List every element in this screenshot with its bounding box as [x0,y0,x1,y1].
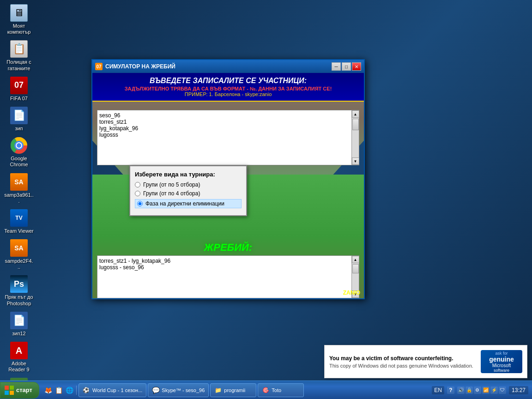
scrollbar-track [352,118,359,157]
icon-label-fifa: FIFA 07 [10,96,28,102]
fifa-icon: 07 [10,77,28,94]
taskbar-toto-label: Toto [272,387,281,393]
zip2-icon: 📄 [10,312,28,329]
icon-adobe[interactable]: A Adobe Reader 9 [2,340,36,375]
radio-knockout[interactable] [137,201,143,206]
results-textarea[interactable]: torres_stz1 - lyg_kotapak_96 lugosss - s… [97,256,351,298]
maximize-button[interactable]: □ [342,62,351,71]
taskbar-skype[interactable]: 💬 Skype™ - seso_96 [148,383,209,397]
ql-item2-icon[interactable]: 📋 [54,386,64,395]
help-icon[interactable]: ? [447,387,454,394]
svg-point-3 [17,143,21,148]
results-scrollbar-thumb[interactable] [352,264,359,273]
taskbar-programii-icon: 📁 [214,387,222,394]
taskbar-toto[interactable]: 🎯 Toto [258,383,304,397]
icon-label-chrome: Google Chrome [4,156,34,168]
start-button-label: старт [16,387,32,393]
icon-police[interactable]: 📋 Полицая с гатанките [2,38,36,73]
icon-chrome[interactable]: Google Chrome [2,135,36,169]
scrollbar-thumb[interactable] [352,119,359,130]
tray-icon-2[interactable]: 🔒 [466,387,473,394]
radio-option-groups5[interactable]: Групи (от по 5 отбора) [135,181,242,188]
tray-icon-1[interactable]: 🔊 [457,387,465,394]
windows-logo-icon [4,385,14,395]
genuine-logo-genuine: genuine [489,356,514,363]
title-bar-left: 07 СИМУЛАТОР НА ЖРЕБИЙ [95,63,175,70]
tray-icon-6[interactable]: 🛡 [499,387,506,394]
radio-option-knockout[interactable]: Фаза на директни елиминации [135,199,242,208]
scrollbar-down-arrow[interactable]: ▼ [352,157,359,165]
taskbar-toto-icon: 🎯 [262,387,269,394]
icon-label-my-computer: Моят компютър [4,23,34,35]
icon-label-police: Полицая с гатанките [4,59,34,71]
taskbar: старт 🦊 📋 🌐 ⚽ World Cup - 1 сезон... 💬 S… [0,381,532,399]
icon-label-zip2: зип12 [12,331,25,337]
genuine-logo-askfor: ask for [495,351,508,356]
police-icon: 📋 [10,40,28,58]
sampde-icon: SA [10,239,28,257]
genuine-logo-software: software [494,368,509,373]
taskbar-skype-label: Skype™ - seso_96 [162,387,205,393]
icon-zip2[interactable]: 📄 зип12 [2,310,36,339]
participants-textarea[interactable]: seso_96 torres_stz1 lyg_kotapak_96 lugos… [97,110,351,165]
results-scrollbar-up[interactable]: ▲ [352,256,359,263]
radio-groups4[interactable] [135,191,140,196]
my-computer-icon: 🖥 [10,4,28,22]
tournament-dialog: Изберете вида на турнира: Групи (от по 5… [129,165,247,216]
app-window: 07 СИМУЛАТОР НА ЖРЕБИЙ ─ □ ✕ ВЪВЕДЕТЕ ЗА… [91,59,365,299]
icon-samp[interactable]: SA samp3a961... [2,171,36,206]
title-bar-buttons: ─ □ ✕ [332,62,361,71]
taskbar-worldcup[interactable]: ⚽ World Cup - 1 сезон... [79,383,146,397]
genuine-logo-microsoft: Microsoft [492,363,511,368]
system-tray: 🔊 🔒 ⚙ 📶 ⚡ 🛡 [457,387,506,394]
icon-teamviewer[interactable]: TV Team Viewer [2,207,36,236]
close-button[interactable]: ✕ [352,62,361,71]
radio-label-groups5: Групи (от по 5 отбора) [143,181,200,188]
dialog-title: Изберете вида на турнира: [135,171,242,178]
system-clock: 13:27 [509,386,528,394]
icon-my-computer[interactable]: 🖥 Моят компютър [2,2,36,37]
participants-container: seso_96 torres_stz1 lyg_kotapak_96 lugos… [97,110,359,165]
svg-rect-4 [5,386,9,390]
zanio-watermark: ZANIO [343,290,360,296]
radio-label-knockout: Фаза на директни елиминации [145,200,224,207]
taskbar-programii-label: programii [224,387,245,393]
start-button[interactable]: старт [0,382,39,399]
header-subtitle: ЗАДЪЛЖИТЕЛНО ТРЯБВА ДА СА ВЪВ ФОРМАТ - №… [97,86,359,91]
taskbar-skype-icon: 💬 [152,387,159,394]
zip-icon: 📄 [10,107,28,124]
taskbar-programii[interactable]: 📁 programii [210,383,256,397]
icon-label-adobe: Adobe Reader 9 [4,361,34,373]
icon-zip[interactable]: 📄 зип [2,105,36,133]
genuine-title: You may be a victim of software counterf… [329,355,476,362]
tray-icon-5[interactable]: ⚡ [490,387,498,394]
results-container: torres_stz1 - lyg_kotapak_96 lugosss - s… [97,255,359,298]
radio-option-groups4[interactable]: Групи (от по 4 отбора) [135,190,242,197]
taskbar-worldcup-icon: ⚽ [83,387,90,394]
icon-sampde[interactable]: SA sampde2F4... [2,237,36,272]
ql-firefox-icon[interactable]: 🦊 [44,386,53,395]
tray-icon-3[interactable]: ⚙ [474,387,481,394]
adobe-icon: A [10,342,28,359]
ql-item3-icon[interactable]: 🌐 [65,386,74,395]
scrollbar-up-arrow[interactable]: ▲ [352,110,359,118]
app-content: ВЪВЕДЕТЕ ЗАПИСАЛИТЕ СЕ УЧАСТНИЦИ: ЗАДЪЛЖ… [92,73,364,298]
icon-fifa[interactable]: 07 FIFA 07 [2,75,36,103]
icon-label-samp: samp3a961... [4,192,34,204]
radio-label-groups4: Групи (от по 4 отбора) [143,190,200,197]
svg-rect-7 [10,391,14,395]
lottery-label: ЖРЕБИЙ: [204,242,252,254]
participants-scrollbar: ▲ ▼ [351,110,359,165]
svg-rect-5 [10,386,14,390]
quick-launch-area: 🦊 📋 🌐 [42,386,77,395]
samp-icon: SA [10,173,28,191]
icon-label-teamviewer: Team Viewer [4,228,33,234]
desktop: 🖥 Моят компютър 📋 Полицая с гатанките 07… [0,0,532,399]
taskbar-items: ⚽ World Cup - 1 сезон... 💬 Skype™ - seso… [79,383,428,397]
icon-photoshop[interactable]: Ps Пряк път до Photoshop [2,273,36,308]
radio-groups5[interactable] [135,182,140,187]
minimize-button[interactable]: ─ [332,62,341,71]
app-title-icon: 07 [95,63,103,70]
tray-icon-4[interactable]: 📶 [482,387,490,394]
taskbar-worldcup-label: World Cup - 1 сезон... [92,387,142,393]
